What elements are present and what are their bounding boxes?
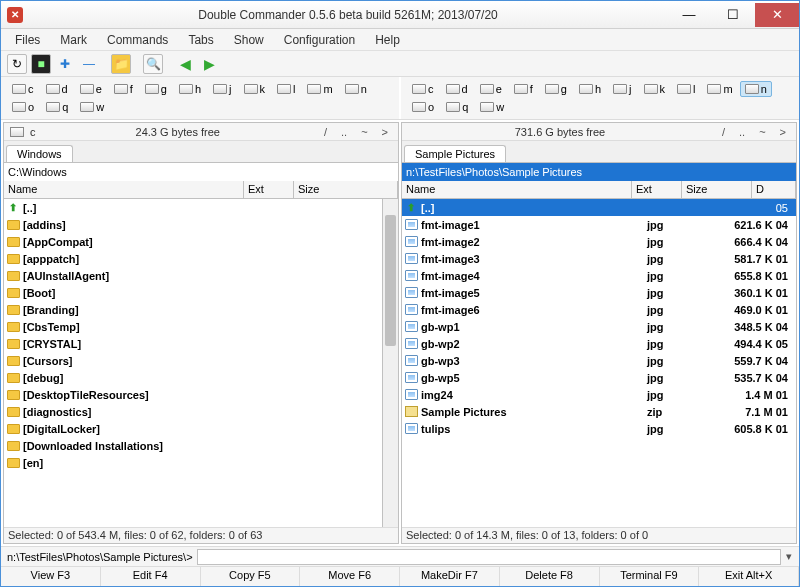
right-path[interactable]: n:\TestFiles\Photos\Sample Pictures	[402, 163, 796, 181]
drive-o[interactable]: o	[407, 99, 439, 115]
parent-dir-row[interactable]: ⬆[..] 05	[402, 199, 796, 216]
fkey-copy[interactable]: Copy F5	[201, 567, 301, 586]
close-button[interactable]: ✕	[755, 3, 799, 27]
minus-button[interactable]: —	[79, 54, 99, 74]
file-row[interactable]: gb-wp1jpg348.5 K 04	[402, 318, 796, 335]
right-file-list[interactable]: ⬆[..] 05fmt-image1jpg621.6 K 04fmt-image…	[402, 199, 796, 527]
drive-e[interactable]: e	[75, 81, 107, 97]
file-row[interactable]: gb-wp2jpg494.4 K 05	[402, 335, 796, 352]
file-row[interactable]: [diagnostics]	[4, 403, 382, 420]
nav-root[interactable]: /	[320, 126, 331, 138]
file-row[interactable]: tulipsjpg605.8 K 01	[402, 420, 796, 437]
drive-q[interactable]: q	[441, 99, 473, 115]
left-path[interactable]: C:\Windows	[4, 163, 398, 181]
menu-files[interactable]: Files	[7, 31, 48, 49]
command-dropdown[interactable]: ▾	[781, 550, 797, 563]
drive-g[interactable]: g	[540, 81, 572, 97]
file-row[interactable]: [CbsTemp]	[4, 318, 382, 335]
fkey-edit[interactable]: Edit F4	[101, 567, 201, 586]
file-row[interactable]: [Branding]	[4, 301, 382, 318]
menu-help[interactable]: Help	[367, 31, 408, 49]
left-file-list[interactable]: ⬆[..][addins][AppCompat][apppatch][AUIns…	[4, 199, 382, 527]
drive-h[interactable]: h	[574, 81, 606, 97]
col-size[interactable]: Size	[682, 181, 752, 198]
drive-l[interactable]: l	[272, 81, 300, 97]
drive-c[interactable]: c	[7, 81, 39, 97]
minimize-button[interactable]: —	[667, 3, 711, 27]
file-row[interactable]: [AppCompat]	[4, 233, 382, 250]
nav-up[interactable]: ..	[337, 126, 351, 138]
col-size[interactable]: Size	[294, 181, 398, 198]
nav-up[interactable]: ..	[735, 126, 749, 138]
drive-d[interactable]: d	[441, 81, 473, 97]
file-row[interactable]: gb-wp3jpg559.7 K 04	[402, 352, 796, 369]
drive-q[interactable]: q	[41, 99, 73, 115]
drive-w[interactable]: w	[475, 99, 509, 115]
drive-f[interactable]: f	[509, 81, 538, 97]
file-row[interactable]: [AUInstallAgent]	[4, 267, 382, 284]
nav-forward-button[interactable]: ▶	[199, 54, 219, 74]
folder-button[interactable]: 📁	[111, 54, 131, 74]
drive-c[interactable]: c	[407, 81, 439, 97]
menu-commands[interactable]: Commands	[99, 31, 176, 49]
parent-dir-row[interactable]: ⬆[..]	[4, 199, 382, 216]
nav-back-button[interactable]: ◀	[175, 54, 195, 74]
menu-configuration[interactable]: Configuration	[276, 31, 363, 49]
drive-j[interactable]: j	[608, 81, 636, 97]
left-scrollbar[interactable]	[382, 199, 398, 527]
file-row[interactable]: [apppatch]	[4, 250, 382, 267]
drive-m[interactable]: m	[302, 81, 337, 97]
nav-history[interactable]: >	[378, 126, 392, 138]
drive-n[interactable]: n	[740, 81, 772, 97]
drive-n[interactable]: n	[340, 81, 372, 97]
col-date[interactable]: D	[752, 181, 796, 198]
drive-f[interactable]: f	[109, 81, 138, 97]
file-row[interactable]: fmt-image2jpg666.4 K 04	[402, 233, 796, 250]
file-row[interactable]: img24jpg1.4 M 01	[402, 386, 796, 403]
file-row[interactable]: [DesktopTileResources]	[4, 386, 382, 403]
file-row[interactable]: fmt-image1jpg621.6 K 04	[402, 216, 796, 233]
fkey-delete[interactable]: Delete F8	[500, 567, 600, 586]
fkey-makedir[interactable]: MakeDir F7	[400, 567, 500, 586]
file-row[interactable]: [Downloaded Installations]	[4, 437, 382, 454]
file-row[interactable]: fmt-image6jpg469.0 K 01	[402, 301, 796, 318]
drive-w[interactable]: w	[75, 99, 109, 115]
drive-k[interactable]: k	[639, 81, 671, 97]
fkey-view[interactable]: View F3	[1, 567, 101, 586]
terminal-button[interactable]: ■	[31, 54, 51, 74]
file-row[interactable]: [Cursors]	[4, 352, 382, 369]
nav-root[interactable]: /	[718, 126, 729, 138]
nav-home[interactable]: ~	[357, 126, 371, 138]
drive-h[interactable]: h	[174, 81, 206, 97]
file-row[interactable]: fmt-image4jpg655.8 K 01	[402, 267, 796, 284]
right-tab[interactable]: Sample Pictures	[404, 145, 506, 162]
col-ext[interactable]: Ext	[632, 181, 682, 198]
col-name[interactable]: Name	[402, 181, 632, 198]
refresh-button[interactable]: ↻	[7, 54, 27, 74]
fkey-terminal[interactable]: Terminal F9	[600, 567, 700, 586]
file-row[interactable]: gb-wp5jpg535.7 K 04	[402, 369, 796, 386]
drive-l[interactable]: l	[672, 81, 700, 97]
col-ext[interactable]: Ext	[244, 181, 294, 198]
command-input[interactable]	[197, 549, 781, 565]
drive-d[interactable]: d	[41, 81, 73, 97]
drive-e[interactable]: e	[475, 81, 507, 97]
col-name[interactable]: Name	[4, 181, 244, 198]
file-row[interactable]: fmt-image5jpg360.1 K 01	[402, 284, 796, 301]
fkey-move[interactable]: Move F6	[300, 567, 400, 586]
file-row[interactable]: Sample Pictureszip7.1 M 01	[402, 403, 796, 420]
file-row[interactable]: [CRYSTAL]	[4, 335, 382, 352]
menu-show[interactable]: Show	[226, 31, 272, 49]
nav-history[interactable]: >	[776, 126, 790, 138]
file-row[interactable]: [en]	[4, 454, 382, 471]
search-button[interactable]: 🔍	[143, 54, 163, 74]
menu-tabs[interactable]: Tabs	[180, 31, 221, 49]
fkey-exit[interactable]: Exit Alt+X	[699, 567, 799, 586]
maximize-button[interactable]: ☐	[711, 3, 755, 27]
nav-home[interactable]: ~	[755, 126, 769, 138]
file-row[interactable]: [addins]	[4, 216, 382, 233]
drive-k[interactable]: k	[239, 81, 271, 97]
file-row[interactable]: [Boot]	[4, 284, 382, 301]
file-row[interactable]: [DigitalLocker]	[4, 420, 382, 437]
plus-button[interactable]: ✚	[55, 54, 75, 74]
